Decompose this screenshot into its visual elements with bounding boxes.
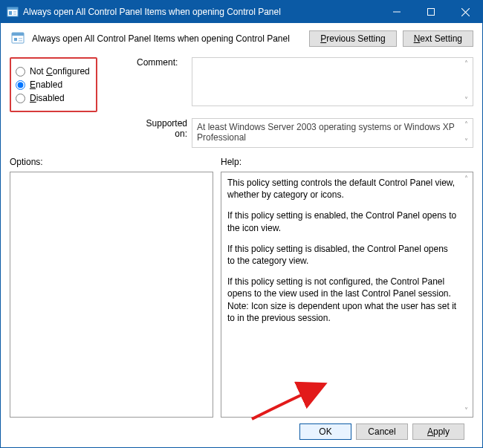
svg-rect-6 (428, 9, 435, 16)
radio-not-configured[interactable]: Not Configured (16, 66, 91, 77)
policy-dialog-window: Always open All Control Panel Items when… (0, 0, 483, 448)
content-area: Always open All Control Panel Items when… (1, 23, 482, 447)
radio-disabled[interactable]: Disabled (16, 93, 91, 103)
header-row: Always open All Control Panel Items when… (10, 30, 473, 47)
ok-button[interactable]: OK (299, 423, 351, 440)
comment-textarea[interactable]: ˄˅ (192, 57, 473, 106)
svg-rect-13 (19, 40, 22, 42)
options-panel[interactable] (10, 172, 213, 418)
svg-rect-11 (14, 38, 17, 41)
scrollbar[interactable]: ˄˅ (461, 59, 471, 104)
help-p4: If this policy setting is not configured… (227, 276, 458, 299)
radio-enabled[interactable]: Enabled (16, 79, 91, 90)
scrollbar[interactable]: ˄˅ (461, 174, 471, 415)
svg-rect-3 (13, 11, 16, 13)
maximize-button[interactable] (414, 1, 448, 23)
scroll-up-icon[interactable]: ˄ (464, 59, 468, 68)
window-title: Always open All Control Panel Items when… (23, 7, 380, 17)
previous-setting-button[interactable]: Previous Setting (309, 30, 396, 47)
svg-rect-4 (13, 13, 16, 15)
scroll-down-icon[interactable]: ˅ (464, 96, 468, 104)
help-p3: If this policy setting is disabled, the … (227, 243, 458, 267)
titlebar[interactable]: Always open All Control Panel Items when… (1, 1, 482, 23)
dialog-footer: OK Cancel Apply (10, 418, 473, 447)
options-column: Options: (10, 157, 213, 418)
svg-rect-10 (12, 33, 24, 36)
help-column: Help: This policy setting controls the d… (221, 157, 473, 418)
radio-not-configured-input[interactable] (16, 67, 25, 77)
window-controls (380, 1, 482, 23)
policy-icon (10, 30, 26, 47)
scroll-down-icon[interactable]: ˅ (464, 137, 468, 146)
scroll-up-icon[interactable]: ˄ (464, 174, 468, 184)
svg-rect-12 (19, 38, 22, 39)
supported-on-label: Supported on: (137, 118, 187, 139)
lower-columns: Options: Help: This policy setting contr… (10, 157, 473, 418)
svg-rect-2 (9, 11, 12, 15)
help-p2: If this policy setting is enabled, the C… (227, 210, 458, 233)
policy-title: Always open All Control Panel Items when… (32, 33, 309, 44)
svg-rect-1 (7, 7, 18, 10)
cancel-button[interactable]: Cancel (356, 423, 408, 440)
help-panel[interactable]: This policy setting controls the default… (221, 172, 473, 418)
close-button[interactable] (448, 1, 482, 23)
next-setting-button[interactable]: Next Setting (403, 30, 473, 47)
radio-disabled-input[interactable] (16, 94, 25, 103)
scroll-up-icon[interactable]: ˄ (464, 120, 468, 129)
minimize-button[interactable] (380, 1, 414, 23)
scrollbar[interactable]: ˄˅ (461, 120, 471, 146)
comment-label: Comment: (137, 57, 187, 68)
help-p1: This policy setting controls the default… (227, 177, 458, 201)
state-radio-group: Not Configured Enabled Disabled (10, 57, 97, 112)
scroll-down-icon[interactable]: ˅ (464, 406, 468, 416)
radio-enabled-input[interactable] (16, 80, 25, 90)
window-icon (7, 6, 19, 18)
options-label: Options: (10, 157, 213, 167)
help-label: Help: (221, 157, 473, 167)
config-grid: Not Configured Enabled Disabled Comment:… (10, 57, 473, 148)
supported-on-text: At least Windows Server 2003 operating s… (192, 118, 473, 148)
apply-button[interactable]: Apply (412, 423, 464, 440)
help-p5: Note: Icon size is dependent upon what t… (227, 300, 458, 324)
